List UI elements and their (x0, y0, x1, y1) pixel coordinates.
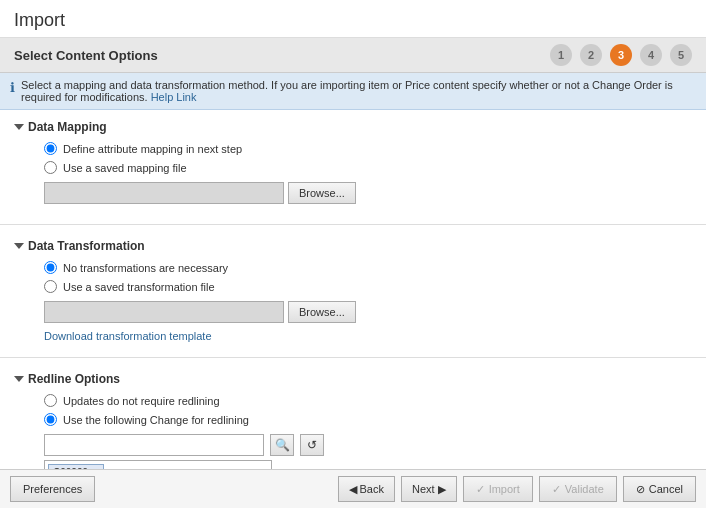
redline-options-body: Updates do not require redlining Use the… (14, 394, 692, 469)
redline-refresh-button[interactable]: ↺ (300, 434, 324, 456)
data-transformation-header[interactable]: Data Transformation (14, 239, 692, 253)
cancel-icon: ⊘ (636, 483, 645, 496)
redline-options-section: Redline Options Updates do not require r… (0, 362, 706, 469)
info-text: Select a mapping and data transformation… (21, 79, 696, 103)
cancel-button[interactable]: ⊘ Cancel (623, 476, 696, 502)
info-icon: ℹ (10, 80, 15, 95)
change-redline-option[interactable]: Use the following Change for redlining (44, 413, 692, 426)
footer: Preferences ◀ Back Next ▶ ✓ Import ✓ Val… (0, 469, 706, 508)
define-attribute-label: Define attribute mapping in next step (63, 143, 242, 155)
back-label: Back (360, 483, 384, 495)
saved-transformation-label: Use a saved transformation file (63, 281, 215, 293)
import-label: Import (489, 483, 520, 495)
cancel-label: Cancel (649, 483, 683, 495)
data-transformation-browse-button[interactable]: Browse... (288, 301, 356, 323)
redline-inputs-row: 🔍 ↺ (44, 434, 692, 456)
preferences-button[interactable]: Preferences (10, 476, 95, 502)
no-transformation-radio[interactable] (44, 261, 57, 274)
next-arrow-icon: ▶ (438, 483, 446, 496)
step-bar: Select Content Options 1 2 3 4 5 (0, 38, 706, 73)
data-mapping-browse-button[interactable]: Browse... (288, 182, 356, 204)
no-transformation-option[interactable]: No transformations are necessary (44, 261, 692, 274)
no-redline-label: Updates do not require redlining (63, 395, 220, 407)
saved-mapping-label: Use a saved mapping file (63, 162, 187, 174)
no-transformation-label: No transformations are necessary (63, 262, 228, 274)
data-transformation-body: No transformations are necessary Use a s… (14, 261, 692, 343)
redline-options-title: Redline Options (28, 372, 120, 386)
back-arrow-icon: ◀ (349, 483, 357, 496)
footer-right: ◀ Back Next ▶ ✓ Import ✓ Validate ⊘ Canc… (338, 476, 696, 502)
redline-search-input[interactable] (44, 434, 264, 456)
main-content: Data Mapping Define attribute mapping in… (0, 110, 706, 469)
data-mapping-section: Data Mapping Define attribute mapping in… (0, 110, 706, 220)
validate-label: Validate (565, 483, 604, 495)
no-redline-radio[interactable] (44, 394, 57, 407)
redline-radio-group: Updates do not require redlining Use the… (44, 394, 692, 426)
saved-transformation-option[interactable]: Use a saved transformation file (44, 280, 692, 293)
data-transformation-file-input[interactable] (44, 301, 284, 323)
data-mapping-title: Data Mapping (28, 120, 107, 134)
help-link[interactable]: Help Link (151, 91, 197, 103)
step-indicators: 1 2 3 4 5 (550, 44, 692, 66)
redline-tag-container: C00229 ✕ (44, 460, 272, 469)
no-redline-option[interactable]: Updates do not require redlining (44, 394, 692, 407)
step-4[interactable]: 4 (640, 44, 662, 66)
define-attribute-option[interactable]: Define attribute mapping in next step (44, 142, 692, 155)
data-transformation-radio-group: No transformations are necessary Use a s… (44, 261, 692, 293)
triangle-icon-2 (14, 243, 24, 249)
import-window: Import Select Content Options 1 2 3 4 5 … (0, 0, 706, 508)
validate-button[interactable]: ✓ Validate (539, 476, 617, 502)
triangle-icon (14, 124, 24, 130)
step-2[interactable]: 2 (580, 44, 602, 66)
window-title: Import (0, 0, 706, 38)
data-mapping-file-input[interactable] (44, 182, 284, 204)
change-redline-label: Use the following Change for redlining (63, 414, 249, 426)
step-5[interactable]: 5 (670, 44, 692, 66)
saved-mapping-option[interactable]: Use a saved mapping file (44, 161, 692, 174)
saved-mapping-radio[interactable] (44, 161, 57, 174)
data-mapping-browse-row: Browse... (44, 182, 692, 204)
saved-transformation-radio[interactable] (44, 280, 57, 293)
validate-check-icon: ✓ (552, 483, 561, 496)
data-mapping-body: Define attribute mapping in next step Us… (14, 142, 692, 204)
data-transformation-browse-row: Browse... (44, 301, 692, 323)
footer-left: Preferences (10, 476, 95, 502)
data-transformation-title: Data Transformation (28, 239, 145, 253)
next-button[interactable]: Next ▶ (401, 476, 457, 502)
redline-options-header[interactable]: Redline Options (14, 372, 692, 386)
data-transformation-section: Data Transformation No transformations a… (0, 229, 706, 353)
data-mapping-header[interactable]: Data Mapping (14, 120, 692, 134)
change-redline-radio[interactable] (44, 413, 57, 426)
download-template-link[interactable]: Download transformation template (44, 330, 212, 342)
define-attribute-radio[interactable] (44, 142, 57, 155)
step-bar-title: Select Content Options (14, 48, 158, 63)
redline-search-button[interactable]: 🔍 (270, 434, 294, 456)
step-1[interactable]: 1 (550, 44, 572, 66)
info-bar: ℹ Select a mapping and data transformati… (0, 73, 706, 110)
triangle-icon-3 (14, 376, 24, 382)
data-mapping-radio-group: Define attribute mapping in next step Us… (44, 142, 692, 174)
back-button[interactable]: ◀ Back (338, 476, 395, 502)
next-label: Next (412, 483, 435, 495)
step-3[interactable]: 3 (610, 44, 632, 66)
import-button[interactable]: ✓ Import (463, 476, 533, 502)
import-check-icon: ✓ (476, 483, 485, 496)
